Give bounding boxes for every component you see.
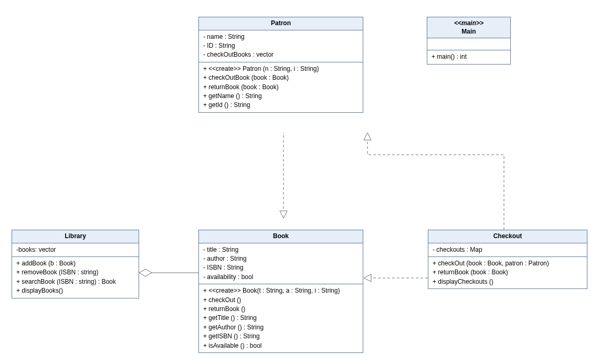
- class-patron-attrs: - name : String - ID : String - checkOut…: [199, 30, 363, 62]
- op: + isAvailable () : bool: [203, 341, 359, 350]
- stereotype: <<main>>: [430, 19, 507, 28]
- class-title: Checkout: [493, 232, 522, 240]
- svg-marker-1: [280, 211, 287, 218]
- class-main-ops: + main() : int: [427, 50, 510, 63]
- attr: - author : String: [203, 254, 359, 263]
- op: + returnBook (): [203, 305, 359, 314]
- class-library-attrs: -books: vector: [12, 243, 139, 257]
- class-patron: Patron - name : String - ID : String - c…: [198, 17, 363, 113]
- class-book-name: Book: [199, 230, 363, 243]
- class-library: Library -books: vector + addBook (b : Bo…: [12, 230, 139, 298]
- class-title: Patron: [271, 19, 291, 27]
- class-library-name: Library: [12, 230, 139, 243]
- class-main-attrs: [427, 38, 510, 50]
- attr: - name : String: [203, 33, 359, 41]
- attr: - checkOutBooks : vector: [203, 50, 359, 59]
- attr: - ID : String: [203, 41, 359, 50]
- op: + getISBN () : String: [203, 332, 359, 341]
- op: + checkOutBook (book : Book): [203, 73, 359, 82]
- attr: - checkouts : Map: [433, 245, 583, 254]
- class-book-attrs: - title : String - author : String - ISB…: [199, 243, 363, 285]
- class-book-ops: + <<create>> Book(t : String, a : String…: [199, 284, 363, 352]
- class-patron-ops: + <<create>> Patron (n : String, i : Str…: [199, 62, 363, 112]
- attr: - title : String: [203, 245, 359, 254]
- svg-marker-2: [364, 133, 371, 140]
- op: + checkOut (book : Book, patron : Patron…: [433, 259, 583, 268]
- op: + <<create>> Book(t : String, a : String…: [203, 286, 359, 295]
- class-checkout-name: Checkout: [428, 230, 587, 243]
- class-checkout: Checkout - checkouts : Map + checkOut (b…: [428, 230, 587, 289]
- class-book: Book - title : String - author : String …: [198, 230, 363, 353]
- op: + <<create>> Patron (n : String, i : Str…: [203, 65, 359, 73]
- svg-marker-4: [364, 274, 371, 282]
- op: + searchBook (ISBN : string) : Book: [16, 277, 134, 286]
- class-title: Library: [65, 232, 86, 240]
- class-checkout-attrs: - checkouts : Map: [428, 243, 587, 257]
- op: + getId () : String: [203, 101, 359, 110]
- op: + getAuthor () : String: [203, 323, 359, 332]
- class-main: <<main>> Main + main() : int: [427, 17, 511, 65]
- op: + checkOut (): [203, 296, 359, 305]
- op: + displayBooks(): [16, 286, 134, 295]
- class-title: Book: [273, 232, 289, 240]
- op: + addBook (b : Book): [16, 259, 134, 268]
- op: + returnBook (book : Book): [203, 83, 359, 92]
- class-checkout-ops: + checkOut (book : Book, patron : Patron…: [428, 257, 587, 288]
- class-library-ops: + addBook (b : Book) + removeBook (ISBN …: [12, 257, 139, 298]
- op: + getName () : String: [203, 92, 359, 101]
- op: + getTitle () : String: [203, 314, 359, 323]
- op: + removeBook (ISBN : string): [16, 268, 134, 277]
- op: + main() : int: [432, 52, 506, 61]
- attr: - availability : bool: [203, 273, 359, 282]
- op: + displayCheckouts (): [433, 277, 583, 286]
- class-patron-name: Patron: [199, 17, 363, 30]
- op: + returnBook (book : Book): [433, 268, 583, 277]
- class-title: Main: [461, 28, 476, 35]
- class-main-name: <<main>> Main: [427, 17, 510, 38]
- svg-marker-6: [139, 269, 152, 276]
- attr: - ISBN : String: [203, 263, 359, 272]
- attr: -books: vector: [16, 245, 134, 254]
